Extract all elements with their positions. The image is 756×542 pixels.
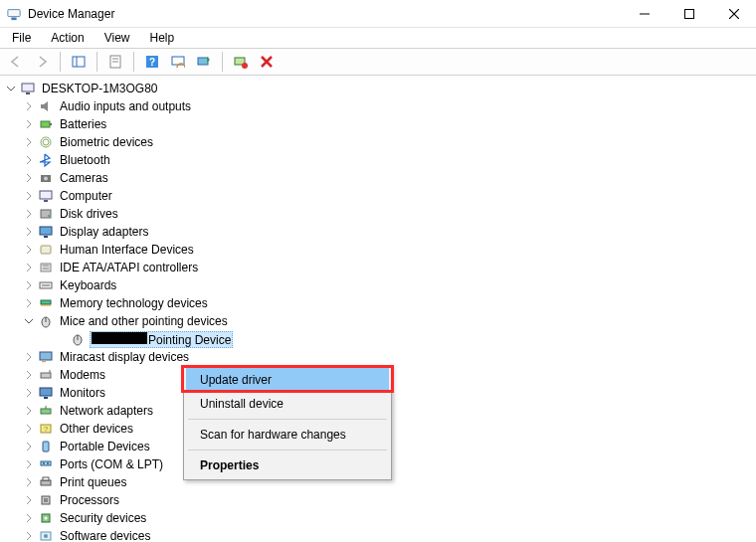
- printer-icon: [38, 474, 54, 490]
- context-menu-scan[interactable]: Scan for hardware changes: [186, 423, 389, 447]
- tree-category-label: Network adapters: [58, 404, 155, 418]
- svg-rect-31: [40, 227, 52, 235]
- chevron-down-icon[interactable]: [22, 314, 36, 328]
- toolbar-separator: [222, 52, 223, 72]
- tree-category[interactable]: Disk drives: [2, 205, 756, 223]
- toolbar-update-driver-button[interactable]: [192, 51, 216, 73]
- tree-category[interactable]: Human Interface Devices: [2, 241, 756, 259]
- context-menu-properties[interactable]: Properties: [186, 453, 389, 477]
- svg-point-24: [43, 139, 49, 145]
- chevron-right-icon[interactable]: [22, 386, 36, 400]
- chevron-right-icon[interactable]: [22, 135, 36, 149]
- toolbar-separator: [96, 52, 97, 72]
- display-icon: [38, 224, 54, 240]
- tree-category[interactable]: Batteries: [2, 115, 756, 133]
- svg-rect-48: [40, 388, 52, 396]
- modem-icon: [38, 367, 54, 383]
- tree-category[interactable]: Display adapters: [2, 223, 756, 241]
- maximize-button[interactable]: [666, 0, 711, 28]
- chevron-right-icon[interactable]: [22, 422, 36, 436]
- chevron-right-icon[interactable]: [22, 368, 36, 382]
- tree-category-label: Processors: [58, 493, 121, 507]
- monitor-icon: [38, 385, 54, 401]
- back-button[interactable]: [4, 51, 28, 73]
- chevron-right-icon[interactable]: [22, 529, 36, 542]
- tree-category-label: Computer: [58, 189, 114, 203]
- svg-point-16: [242, 63, 248, 69]
- svg-point-56: [43, 462, 45, 464]
- tree-category[interactable]: Audio inputs and outputs: [2, 97, 756, 115]
- tree-category[interactable]: IDE ATA/ATAPI controllers: [2, 259, 756, 276]
- tree-category[interactable]: Keyboards: [2, 276, 756, 294]
- chevron-right-icon[interactable]: [22, 153, 36, 167]
- chevron-right-icon[interactable]: [22, 440, 36, 453]
- tree-category[interactable]: Software devices: [2, 527, 756, 542]
- tree-category-label: Batteries: [58, 117, 108, 131]
- chevron-right-icon[interactable]: [22, 296, 36, 310]
- chevron-down-icon[interactable]: [4, 82, 18, 95]
- toolbar-show-tree-button[interactable]: [67, 51, 91, 73]
- menu-view[interactable]: View: [96, 29, 138, 47]
- chevron-right-icon[interactable]: [22, 493, 36, 507]
- toolbar-properties-button[interactable]: [103, 51, 127, 73]
- svg-rect-58: [41, 480, 51, 485]
- tree-category[interactable]: Mice and other pointing devices: [2, 312, 756, 330]
- speaker-icon: [38, 98, 54, 114]
- tree-category[interactable]: Security devices: [2, 509, 756, 527]
- tree-category[interactable]: Processors: [2, 491, 756, 509]
- chevron-right-icon[interactable]: [22, 457, 36, 471]
- chevron-right-icon[interactable]: [22, 404, 36, 418]
- ide-icon: [38, 260, 54, 275]
- svg-rect-28: [44, 200, 48, 202]
- context-menu-uninstall[interactable]: Uninstall device: [186, 392, 389, 416]
- tree-category-label: Memory technology devices: [58, 296, 210, 310]
- tree-category[interactable]: Bluetooth: [2, 151, 756, 169]
- forward-button[interactable]: [30, 51, 54, 73]
- titlebar: Device Manager: [0, 0, 756, 28]
- toolbar-uninstall-button[interactable]: [229, 51, 253, 73]
- tree-root[interactable]: DESKTOP-1M3OG80: [2, 80, 756, 97]
- tree-category[interactable]: Cameras: [2, 169, 756, 187]
- network-icon: [38, 403, 54, 419]
- chevron-right-icon[interactable]: [22, 207, 36, 221]
- tree-category-label: Security devices: [58, 511, 148, 525]
- tree-category[interactable]: Miracast display devices: [2, 348, 756, 366]
- context-menu-update-driver[interactable]: Update driver: [186, 368, 389, 392]
- toolbar-separator: [60, 52, 61, 72]
- chevron-right-icon[interactable]: [22, 261, 36, 274]
- tree-device[interactable]: Pointing Device: [2, 330, 756, 348]
- tree-category[interactable]: Computer: [2, 187, 756, 205]
- chevron-right-icon[interactable]: [22, 475, 36, 489]
- chevron-right-icon[interactable]: [22, 350, 36, 364]
- chevron-right-icon[interactable]: [22, 171, 36, 185]
- minimize-button[interactable]: [622, 0, 666, 28]
- toolbar-scan-button[interactable]: [166, 51, 190, 73]
- toolbar: ?: [0, 48, 756, 76]
- svg-rect-54: [43, 442, 49, 452]
- chevron-right-icon[interactable]: [22, 117, 36, 131]
- chevron-right-icon[interactable]: [22, 225, 36, 239]
- menu-file[interactable]: File: [4, 29, 39, 47]
- chevron-right-icon[interactable]: [22, 99, 36, 113]
- chevron-right-icon[interactable]: [22, 278, 36, 292]
- chevron-right-icon[interactable]: [22, 511, 36, 525]
- menu-help[interactable]: Help: [142, 29, 183, 47]
- toolbar-separator: [133, 52, 134, 72]
- svg-rect-19: [22, 84, 34, 91]
- chevron-right-icon[interactable]: [22, 243, 36, 257]
- computer-root-icon: [20, 81, 36, 96]
- tree-category[interactable]: Memory technology devices: [2, 294, 756, 312]
- svg-rect-21: [41, 121, 50, 127]
- close-button[interactable]: [711, 0, 756, 28]
- mouse-icon: [70, 331, 86, 347]
- menu-action[interactable]: Action: [43, 29, 92, 47]
- tree-category-label: Portable Devices: [58, 440, 152, 453]
- battery-icon: [38, 116, 54, 132]
- tree-category[interactable]: Biometric devices: [2, 133, 756, 151]
- toolbar-remove-button[interactable]: [255, 51, 279, 73]
- toolbar-help-button[interactable]: ?: [140, 51, 164, 73]
- chevron-right-icon[interactable]: [22, 189, 36, 203]
- svg-text:?: ?: [149, 57, 155, 68]
- tree-category-label: Mice and other pointing devices: [58, 314, 230, 328]
- tree-category-label: Keyboards: [58, 278, 118, 292]
